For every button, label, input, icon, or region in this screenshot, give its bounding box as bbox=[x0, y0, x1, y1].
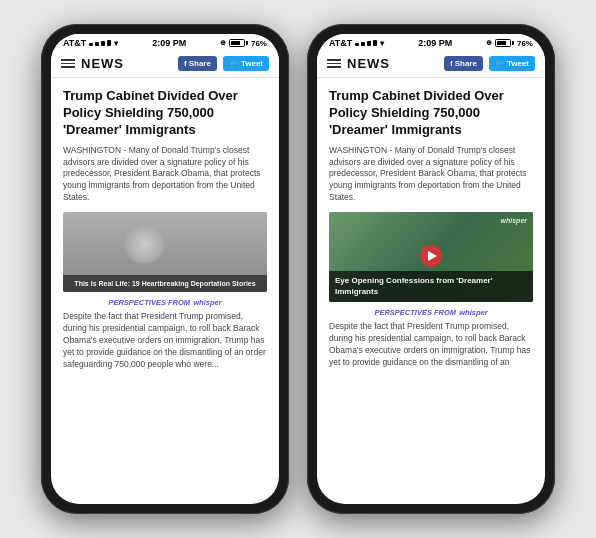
wifi-icon-2: ▾ bbox=[380, 39, 384, 48]
signal-dot-2 bbox=[95, 42, 99, 46]
play-triangle-icon-2 bbox=[428, 251, 437, 261]
location-icon-1: ⊕ bbox=[220, 39, 226, 47]
status-bar-2: AT&T ▾ 2:09 PM ⊕ bbox=[317, 34, 545, 50]
phone-2-screen: AT&T ▾ 2:09 PM ⊕ bbox=[317, 34, 545, 504]
phone-1-screen: AT&T ▾ 2:09 PM ⊕ bbox=[51, 34, 279, 504]
battery-1 bbox=[229, 39, 248, 47]
battery-pct-1: 76% bbox=[251, 39, 267, 48]
hamburger-line-2-3 bbox=[327, 66, 341, 68]
nav-title-2: NEWS bbox=[347, 56, 438, 71]
status-bar-1: AT&T ▾ 2:09 PM ⊕ bbox=[51, 34, 279, 50]
article-headline-2: Trump Cabinet Divided Over Policy Shield… bbox=[329, 88, 533, 139]
whisper-watermark-2: whisper bbox=[501, 217, 527, 224]
share-button-2[interactable]: f Share bbox=[444, 56, 483, 71]
signal-dot-2-2 bbox=[361, 42, 365, 46]
status-right-1: ⊕ 76% bbox=[220, 39, 267, 48]
hamburger-menu-1[interactable] bbox=[61, 59, 75, 68]
status-left-1: AT&T ▾ bbox=[63, 38, 118, 48]
share-label-1: Share bbox=[189, 59, 211, 68]
whisper-label-1: whisper bbox=[193, 298, 221, 307]
hamburger-menu-2[interactable] bbox=[327, 59, 341, 68]
nav-bar-2: NEWS f Share 🐦 Tweet bbox=[317, 50, 545, 78]
hamburger-line-2 bbox=[61, 63, 75, 65]
phone-2: AT&T ▾ 2:09 PM ⊕ bbox=[307, 24, 555, 514]
hamburger-line-1 bbox=[61, 59, 75, 61]
time-1: 2:09 PM bbox=[152, 38, 186, 48]
time-2: 2:09 PM bbox=[418, 38, 452, 48]
share-button-1[interactable]: f Share bbox=[178, 56, 217, 71]
signal-dot-2-1 bbox=[355, 43, 359, 46]
facebook-icon-2: f bbox=[450, 59, 453, 68]
video-play-button-2[interactable] bbox=[420, 245, 442, 267]
twitter-icon-1: 🐦 bbox=[229, 59, 239, 68]
perspectives-label-1: PERSPECTIVES FROM whisper bbox=[63, 298, 267, 307]
article-content-2: Trump Cabinet Divided Over Policy Shield… bbox=[317, 78, 545, 504]
tweet-label-1: Tweet bbox=[241, 59, 263, 68]
signal-dot-2-4 bbox=[373, 40, 377, 46]
carrier-2: AT&T bbox=[329, 38, 352, 48]
signal-dot-3 bbox=[101, 41, 105, 46]
nav-bar-1: NEWS f Share 🐦 Tweet bbox=[51, 50, 279, 78]
wifi-icon-1: ▾ bbox=[114, 39, 118, 48]
signal-dot-4 bbox=[107, 40, 111, 46]
status-left-2: AT&T ▾ bbox=[329, 38, 384, 48]
signal-dots-2 bbox=[355, 40, 377, 46]
phones-container: AT&T ▾ 2:09 PM ⊕ bbox=[21, 4, 575, 534]
image-caption-1: This Is Real Life: 19 Heartbreaking Depo… bbox=[63, 275, 267, 292]
video-block-2[interactable]: whisper Eye Opening Confessions from 'Dr… bbox=[329, 212, 533, 302]
facebook-icon-1: f bbox=[184, 59, 187, 68]
tweet-button-1[interactable]: 🐦 Tweet bbox=[223, 56, 269, 71]
signal-dot-2-3 bbox=[367, 41, 371, 46]
status-right-2: ⊕ 76% bbox=[486, 39, 533, 48]
hamburger-line-2-1 bbox=[327, 59, 341, 61]
twitter-icon-2: 🐦 bbox=[495, 59, 505, 68]
battery-2 bbox=[495, 39, 514, 47]
video-caption-2: Eye Opening Confessions from 'Dreamer' I… bbox=[329, 271, 533, 302]
nav-title-1: NEWS bbox=[81, 56, 172, 71]
hamburger-line-3 bbox=[61, 66, 75, 68]
article-body-1: WASHINGTON - Many of Donald Trump's clos… bbox=[63, 145, 267, 204]
article-content-1: Trump Cabinet Divided Over Policy Shield… bbox=[51, 78, 279, 504]
article-body-2: WASHINGTON - Many of Donald Trump's clos… bbox=[329, 145, 533, 204]
perspectives-label-2: PERSPECTIVES FROM whisper bbox=[329, 308, 533, 317]
share-label-2: Share bbox=[455, 59, 477, 68]
article-body-2-p2: Despite the fact that President Trump pr… bbox=[329, 321, 533, 369]
article-body-2-1: Despite the fact that President Trump pr… bbox=[63, 311, 267, 370]
perspectives-text-1: PERSPECTIVES FROM bbox=[108, 298, 190, 307]
phone-1: AT&T ▾ 2:09 PM ⊕ bbox=[41, 24, 289, 514]
signal-dot-1 bbox=[89, 43, 93, 46]
carrier-1: AT&T bbox=[63, 38, 86, 48]
battery-pct-2: 76% bbox=[517, 39, 533, 48]
article-image-1[interactable]: This Is Real Life: 19 Heartbreaking Depo… bbox=[63, 212, 267, 292]
article-headline-1: Trump Cabinet Divided Over Policy Shield… bbox=[63, 88, 267, 139]
tweet-button-2[interactable]: 🐦 Tweet bbox=[489, 56, 535, 71]
location-icon-2: ⊕ bbox=[486, 39, 492, 47]
whisper-label-2: whisper bbox=[459, 308, 487, 317]
perspectives-text-2: PERSPECTIVES FROM bbox=[374, 308, 456, 317]
tweet-label-2: Tweet bbox=[507, 59, 529, 68]
hamburger-line-2-2 bbox=[327, 63, 341, 65]
signal-dots-1 bbox=[89, 40, 111, 46]
